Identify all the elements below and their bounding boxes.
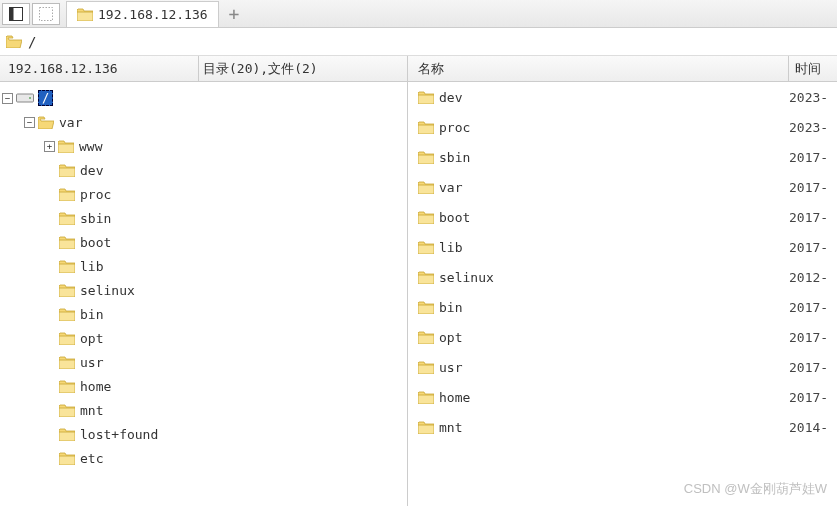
tree-label: usr bbox=[80, 355, 103, 370]
tree-item[interactable]: selinux bbox=[0, 278, 407, 302]
tree-label: www bbox=[79, 139, 102, 154]
file-name: mnt bbox=[439, 420, 462, 435]
tree-item[interactable]: boot bbox=[0, 230, 407, 254]
tree-item[interactable]: lost+found bbox=[0, 422, 407, 446]
file-time: 2023- bbox=[789, 90, 837, 105]
tree-item[interactable]: proc bbox=[0, 182, 407, 206]
folder-icon bbox=[418, 211, 434, 224]
layout-toggle-2[interactable] bbox=[32, 3, 60, 25]
folder-icon bbox=[59, 284, 75, 297]
path-text: / bbox=[28, 34, 36, 50]
tree-panel: 192.168.12.136 目录(20),文件(2) −/−var+wwwde… bbox=[0, 56, 408, 506]
tab-active[interactable]: 192.168.12.136 bbox=[66, 1, 219, 27]
file-row[interactable]: boot2017- bbox=[408, 202, 837, 232]
tree-label: bin bbox=[80, 307, 103, 322]
tree-item[interactable]: sbin bbox=[0, 206, 407, 230]
folder-icon bbox=[418, 121, 434, 134]
folder-icon bbox=[59, 428, 75, 441]
folder-icon bbox=[59, 308, 75, 321]
tree-label: sbin bbox=[80, 211, 111, 226]
file-time: 2023- bbox=[789, 120, 837, 135]
layout-dashed-icon bbox=[39, 7, 53, 21]
folder-icon bbox=[418, 91, 434, 104]
tree-item[interactable]: opt bbox=[0, 326, 407, 350]
tree-label: var bbox=[59, 115, 82, 130]
tree-label: home bbox=[80, 379, 111, 394]
file-row[interactable]: dev2023- bbox=[408, 82, 837, 112]
file-row[interactable]: var2017- bbox=[408, 172, 837, 202]
file-time: 2017- bbox=[789, 240, 837, 255]
file-name: proc bbox=[439, 120, 470, 135]
collapse-toggle[interactable]: − bbox=[2, 93, 13, 104]
file-time: 2017- bbox=[789, 210, 837, 225]
folder-icon bbox=[59, 212, 75, 225]
file-panel: 名称 时间 dev2023-proc2023-sbin2017-var2017-… bbox=[408, 56, 837, 506]
file-time: 2012- bbox=[789, 270, 837, 285]
expand-toggle[interactable]: + bbox=[44, 141, 55, 152]
file-time: 2017- bbox=[789, 150, 837, 165]
column-time[interactable]: 时间 bbox=[789, 56, 837, 81]
file-row[interactable]: bin2017- bbox=[408, 292, 837, 322]
tree-item[interactable]: bin bbox=[0, 302, 407, 326]
file-row[interactable]: home2017- bbox=[408, 382, 837, 412]
file-row[interactable]: selinux2012- bbox=[408, 262, 837, 292]
file-name: var bbox=[439, 180, 462, 195]
file-row[interactable]: sbin2017- bbox=[408, 142, 837, 172]
folder-icon bbox=[418, 391, 434, 404]
disk-icon bbox=[16, 92, 34, 104]
tree-item[interactable]: dev bbox=[0, 158, 407, 182]
tree-root[interactable]: −/ bbox=[0, 86, 407, 110]
folder-icon bbox=[59, 404, 75, 417]
folder-icon bbox=[418, 241, 434, 254]
folder-icon bbox=[59, 188, 75, 201]
tree-item-www[interactable]: +www bbox=[0, 134, 407, 158]
column-name[interactable]: 名称 bbox=[408, 56, 789, 81]
file-time: 2017- bbox=[789, 360, 837, 375]
file-name: dev bbox=[439, 90, 462, 105]
tree-item[interactable]: lib bbox=[0, 254, 407, 278]
new-tab-button[interactable]: + bbox=[229, 3, 240, 24]
tree-label: selinux bbox=[80, 283, 135, 298]
path-bar: / bbox=[0, 28, 837, 56]
file-name: opt bbox=[439, 330, 462, 345]
file-time: 2017- bbox=[789, 330, 837, 345]
summary-label: 目录(20),文件(2) bbox=[198, 56, 407, 81]
folder-icon bbox=[59, 236, 75, 249]
file-row[interactable]: usr2017- bbox=[408, 352, 837, 382]
tree-label: boot bbox=[80, 235, 111, 250]
tree-item[interactable]: usr bbox=[0, 350, 407, 374]
tree-item[interactable]: mnt bbox=[0, 398, 407, 422]
file-time: 2014- bbox=[789, 420, 837, 435]
tree-label: proc bbox=[80, 187, 111, 202]
file-row[interactable]: proc2023- bbox=[408, 112, 837, 142]
folder-icon bbox=[418, 301, 434, 314]
tree-label: opt bbox=[80, 331, 103, 346]
file-row[interactable]: mnt2014- bbox=[408, 412, 837, 442]
file-time: 2017- bbox=[789, 300, 837, 315]
file-name: boot bbox=[439, 210, 470, 225]
folder-icon bbox=[418, 421, 434, 434]
tree-view[interactable]: −/−var+wwwdevprocsbinbootlibselinuxbinop… bbox=[0, 82, 407, 506]
file-name: usr bbox=[439, 360, 462, 375]
file-list[interactable]: dev2023-proc2023-sbin2017-var2017-boot20… bbox=[408, 82, 837, 506]
folder-icon bbox=[59, 356, 75, 369]
folder-icon bbox=[59, 380, 75, 393]
folder-icon bbox=[59, 260, 75, 273]
tree-label: lost+found bbox=[80, 427, 158, 442]
folder-icon bbox=[58, 140, 74, 153]
collapse-toggle[interactable]: − bbox=[24, 117, 35, 128]
file-name: sbin bbox=[439, 150, 470, 165]
folder-icon bbox=[77, 8, 93, 21]
folder-icon bbox=[59, 332, 75, 345]
tab-title: 192.168.12.136 bbox=[98, 7, 208, 22]
tree-item[interactable]: home bbox=[0, 374, 407, 398]
file-row[interactable]: lib2017- bbox=[408, 232, 837, 262]
layout-toggle-1[interactable] bbox=[2, 3, 30, 25]
file-time: 2017- bbox=[789, 180, 837, 195]
folder-icon bbox=[418, 181, 434, 194]
tree-label: mnt bbox=[80, 403, 103, 418]
layout-icon bbox=[9, 7, 23, 21]
file-row[interactable]: opt2017- bbox=[408, 322, 837, 352]
tree-item[interactable]: etc bbox=[0, 446, 407, 470]
tree-item-var[interactable]: −var bbox=[0, 110, 407, 134]
